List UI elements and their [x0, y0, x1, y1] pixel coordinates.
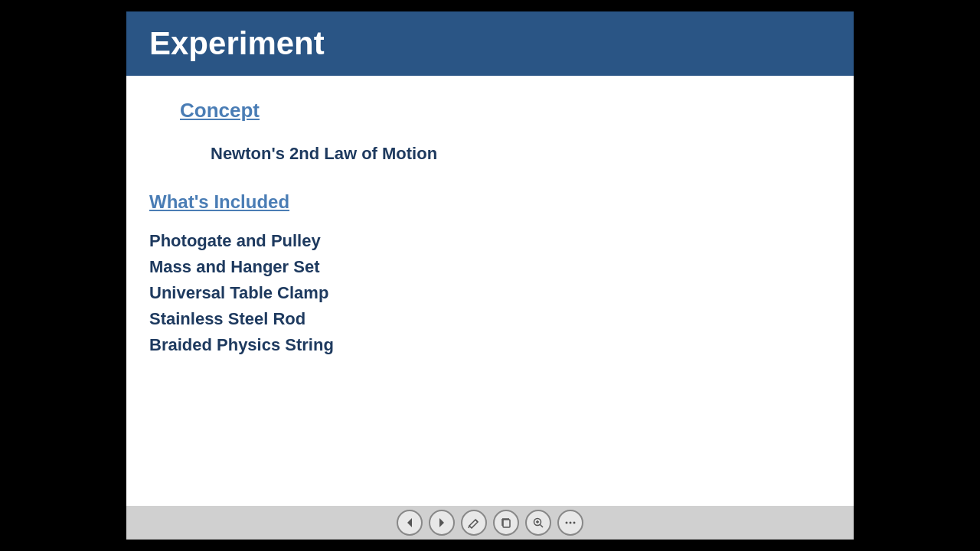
svg-line-3	[469, 526, 469, 528]
svg-rect-4	[503, 520, 510, 527]
slide-header: Experiment	[126, 11, 854, 76]
included-list: Photogate and PulleyMass and Hanger SetU…	[149, 228, 831, 358]
zoom-button[interactable]	[525, 510, 551, 536]
svg-point-9	[566, 522, 568, 524]
list-item: Stainless Steel Rod	[149, 306, 831, 332]
copy-button[interactable]	[493, 510, 519, 536]
list-item: Mass and Hanger Set	[149, 254, 831, 280]
svg-point-10	[570, 522, 572, 524]
svg-line-2	[475, 520, 478, 522]
whats-included-heading: What's Included	[149, 191, 831, 213]
concept-heading: Concept	[180, 99, 831, 122]
list-item: Braided Physics String	[149, 332, 831, 358]
list-item: Universal Table Clamp	[149, 280, 831, 306]
svg-marker-0	[407, 518, 412, 527]
concept-text: Newton's 2nd Law of Motion	[211, 144, 831, 164]
slide-title: Experiment	[149, 25, 325, 62]
svg-line-6	[541, 525, 544, 528]
svg-point-11	[573, 522, 576, 524]
more-button[interactable]	[557, 510, 583, 536]
slide-container: Experiment Concept Newton's 2nd Law of M…	[126, 11, 854, 540]
edit-button[interactable]	[461, 510, 487, 536]
slide-content: Concept Newton's 2nd Law of Motion What'…	[126, 76, 854, 506]
list-item: Photogate and Pulley	[149, 228, 831, 254]
slide-footer	[126, 506, 854, 540]
next-button[interactable]	[429, 510, 455, 536]
prev-button[interactable]	[397, 510, 423, 536]
svg-marker-1	[439, 518, 444, 527]
